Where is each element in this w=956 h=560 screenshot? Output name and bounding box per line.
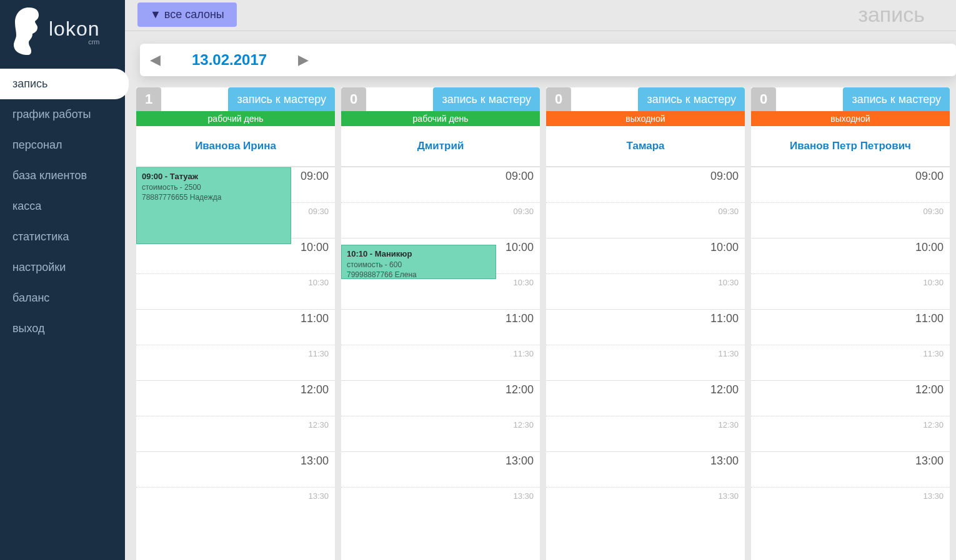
time-slot[interactable]: 11:00 — [136, 309, 335, 345]
current-date[interactable]: 13.02.2017 — [192, 51, 267, 69]
master-name[interactable]: Дмитрий — [341, 126, 540, 167]
appointment-price: стоимость - 600 — [347, 260, 490, 270]
time-slot[interactable]: 09:30 — [751, 202, 950, 238]
time-slot[interactable]: 12:00 — [546, 380, 745, 416]
assign-to-master-button[interactable]: запись к мастеру — [843, 87, 950, 111]
time-slot[interactable]: 12:00 — [341, 380, 540, 416]
time-slot[interactable]: 13:00 — [341, 451, 540, 487]
nav-item-1[interactable]: график работы — [0, 99, 125, 130]
time-label: 12:00 — [915, 383, 944, 396]
time-slot[interactable]: 12:30 — [751, 416, 950, 451]
time-label: 13:00 — [505, 454, 534, 467]
time-slot[interactable]: 11:00 — [341, 309, 540, 345]
time-slot[interactable]: 12:00 — [136, 380, 335, 416]
appointment-count-badge: 0 — [341, 87, 366, 111]
time-grid[interactable]: 09:0009:3010:0010:3011:0011:3012:0012:30… — [751, 167, 950, 560]
time-label: 10:00 — [505, 241, 534, 253]
time-label: 13:30 — [718, 491, 739, 501]
day-status: выходной — [751, 111, 950, 126]
time-label: 09:30 — [718, 207, 739, 216]
appointment-card[interactable]: 09:00 - Татуажстоимость - 25007888777665… — [136, 167, 291, 244]
time-slot[interactable]: 12:00 — [751, 380, 950, 416]
next-day-icon[interactable]: ▶ — [298, 52, 309, 68]
time-label: 11:00 — [301, 312, 329, 325]
time-slot[interactable]: 11:30 — [751, 345, 950, 380]
time-label: 12:30 — [718, 420, 739, 430]
time-slot[interactable]: 13:00 — [751, 451, 950, 487]
nav-item-2[interactable]: персонал — [0, 130, 125, 160]
prev-day-icon[interactable]: ◀ — [150, 52, 161, 68]
time-slot[interactable]: 12:30 — [136, 416, 335, 451]
nav-item-4[interactable]: касса — [0, 191, 125, 222]
nav-list: записьграфик работыперсоналбаза клиентов… — [0, 69, 125, 344]
time-label: 11:30 — [308, 349, 329, 358]
time-label: 13:00 — [710, 454, 739, 467]
time-slot[interactable]: 12:30 — [546, 416, 745, 451]
time-slot[interactable]: 11:00 — [751, 309, 950, 345]
assign-to-master-button[interactable]: запись к мастеру — [638, 87, 745, 111]
face-profile-icon — [11, 6, 42, 56]
time-slot[interactable]: 12:30 — [341, 416, 540, 451]
time-slot[interactable]: 13:00 — [136, 451, 335, 487]
time-slot[interactable]: 13:30 — [546, 487, 745, 523]
time-slot[interactable]: 13:30 — [136, 487, 335, 523]
master-column: 0запись к мастерувыходнойИванов Петр Пет… — [751, 87, 950, 560]
time-slot[interactable]: 13:30 — [341, 487, 540, 523]
brand-name: lokon — [49, 17, 100, 41]
brand-sub: crm — [88, 38, 99, 46]
time-label: 10:00 — [915, 241, 944, 253]
time-slot[interactable]: 09:00 — [751, 167, 950, 202]
time-slot[interactable]: 10:30 — [751, 273, 950, 309]
time-label: 12:00 — [505, 383, 534, 396]
nav-item-0[interactable]: запись — [0, 69, 129, 99]
master-column: 1запись к мастерурабочий деньИванова Ири… — [136, 87, 335, 560]
time-slot[interactable]: 13:00 — [546, 451, 745, 487]
time-slot[interactable]: 10:30 — [136, 273, 335, 309]
time-slot[interactable]: 09:30 — [341, 202, 540, 238]
nav-item-8[interactable]: выход — [0, 313, 125, 344]
time-grid[interactable]: 09:0009:3010:0010:3011:0011:3012:0012:30… — [546, 167, 745, 560]
time-slot[interactable]: 11:00 — [546, 309, 745, 345]
time-label: 11:00 — [915, 312, 944, 325]
appointment-card[interactable]: 10:10 - Маникюрстоимость - 6007999888776… — [341, 245, 496, 279]
time-slot[interactable]: 10:30 — [546, 273, 745, 309]
divider — [125, 31, 956, 31]
time-slot[interactable]: 13:30 — [751, 487, 950, 523]
time-grid[interactable]: 09:0009:3010:0010:3011:0011:3012:0012:30… — [136, 167, 335, 560]
salon-dropdown[interactable]: ▼ все салоны — [137, 2, 237, 27]
time-label: 11:00 — [505, 312, 534, 325]
time-slot[interactable]: 09:30 — [546, 202, 745, 238]
nav-item-3[interactable]: база клиентов — [0, 160, 125, 191]
time-label: 13:00 — [915, 454, 944, 467]
time-grid[interactable]: 09:0009:3010:0010:3011:0011:3012:0012:30… — [341, 167, 540, 560]
time-slot[interactable]: 10:00 — [751, 238, 950, 273]
nav-item-7[interactable]: баланс — [0, 283, 125, 313]
appointment-count-badge: 0 — [751, 87, 776, 111]
time-label: 12:30 — [308, 420, 329, 430]
time-slot[interactable]: 09:00 — [341, 167, 540, 202]
master-name[interactable]: Иванов Петр Петрович — [751, 126, 950, 167]
time-slot[interactable]: 09:00 — [546, 167, 745, 202]
time-slot[interactable]: 11:30 — [136, 345, 335, 380]
time-label: 11:30 — [513, 349, 534, 358]
time-label: 12:00 — [710, 383, 739, 396]
page-title: запись — [858, 2, 944, 27]
time-label: 10:30 — [923, 278, 944, 287]
nav-item-5[interactable]: статистика — [0, 222, 125, 252]
time-label: 13:30 — [923, 491, 944, 501]
time-label: 09:00 — [505, 170, 534, 182]
time-slot[interactable]: 10:00 — [546, 238, 745, 273]
time-label: 09:00 — [301, 170, 329, 182]
master-name[interactable]: Иванова Ирина — [136, 126, 335, 167]
assign-to-master-button[interactable]: запись к мастеру — [433, 87, 540, 111]
time-label: 12:30 — [513, 420, 534, 430]
time-slot[interactable]: 11:30 — [546, 345, 745, 380]
date-picker: ◀ 13.02.2017 ▶ — [140, 44, 956, 76]
appointment-count-badge: 0 — [546, 87, 571, 111]
master-name[interactable]: Тамара — [546, 126, 745, 167]
time-label: 13:30 — [513, 491, 534, 501]
nav-item-6[interactable]: настройки — [0, 252, 125, 283]
assign-to-master-button[interactable]: запись к мастеру — [228, 87, 335, 111]
time-slot[interactable]: 11:30 — [341, 345, 540, 380]
time-label: 11:00 — [710, 312, 739, 325]
